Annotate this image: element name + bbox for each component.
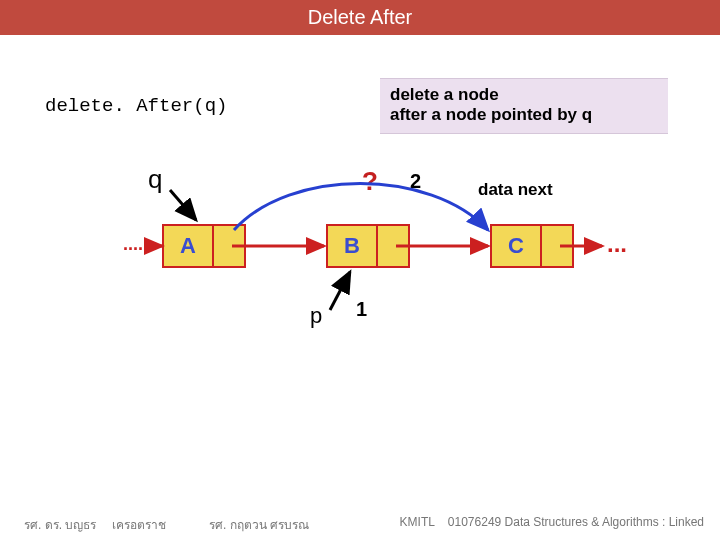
- svg-line-1: [330, 272, 350, 310]
- pointer-p-label: p: [310, 303, 322, 329]
- ellipsis-right: ...: [607, 230, 627, 258]
- data-next-label: data next: [478, 180, 553, 200]
- footer-author-1b: เครอตราช: [112, 518, 166, 532]
- node-c-next: [542, 224, 574, 268]
- description-line-2: after a node pointed by q: [390, 105, 658, 125]
- node-a-data: A: [162, 224, 214, 268]
- footer-author-1a: รศ. ดร. บญธร: [24, 518, 96, 532]
- node-b-next: [378, 224, 410, 268]
- slide-footer: รศ. ดร. บญธร เครอตราช รศ. กฤตวน ศรบรณ KM…: [24, 515, 704, 534]
- description-box: delete a node after a node pointed by q: [380, 78, 668, 134]
- node-c: C: [490, 224, 574, 268]
- description-line-1: delete a node: [390, 85, 658, 105]
- node-b-data: B: [326, 224, 378, 268]
- step-2-label: 2: [410, 170, 421, 193]
- slide-title: Delete After: [0, 0, 720, 35]
- node-a-next: [214, 224, 246, 268]
- footer-author-2: รศ. กฤตวน ศรบรณ: [209, 518, 309, 532]
- node-a: A: [162, 224, 246, 268]
- footer-institution: KMITL: [400, 515, 435, 529]
- node-c-data: C: [490, 224, 542, 268]
- step-1-label: 1: [356, 298, 367, 321]
- node-b: B: [326, 224, 410, 268]
- linked-list-diagram: q ? 2 data next .... ... A B C p 1: [120, 170, 660, 350]
- question-mark: ?: [362, 166, 378, 197]
- ellipsis-left: ....: [123, 234, 143, 255]
- svg-line-0: [170, 190, 196, 220]
- function-label: delete. After(q): [45, 95, 227, 117]
- footer-course: 01076249 Data Structures & Algorithms : …: [448, 515, 704, 529]
- pointer-q-label: q: [148, 164, 162, 195]
